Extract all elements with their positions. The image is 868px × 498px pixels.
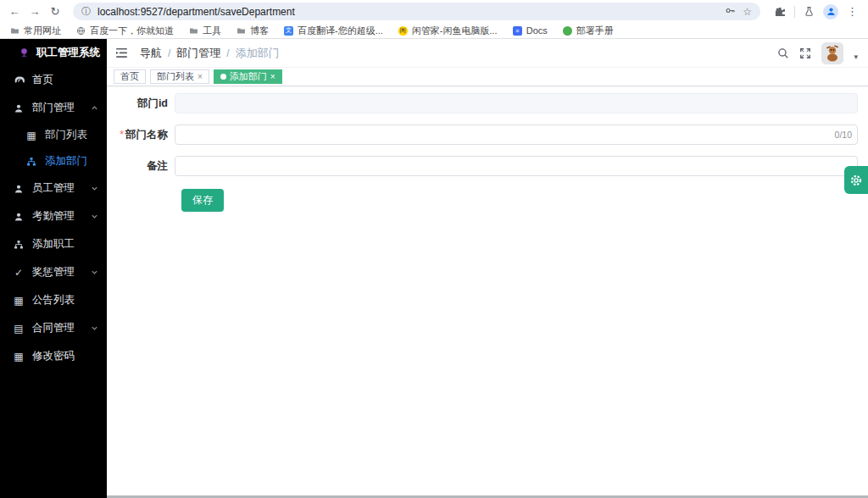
extensions-icon[interactable] [774,6,786,18]
close-icon[interactable]: × [198,73,203,81]
tag-add-department[interactable]: 添加部门 × [214,69,282,84]
chevron-down-icon [91,213,98,220]
department-name-wrap: 0/10 [175,125,858,145]
sidebar-item-attendance-mgmt[interactable]: 考勤管理 [0,202,107,230]
avatar-caret-icon[interactable]: ▾ [854,53,858,61]
dashboard-icon [13,75,25,86]
required-asterisk: * [120,129,124,141]
app-title: 职工管理系统 [36,46,100,60]
address-bar[interactable]: ⓘ localhost:9527/department/saveDepartme… [73,3,760,20]
sidebar-item-department-list[interactable]: ▦ 部门列表 [0,122,107,148]
bookmark-label: 百度一下，你就知道 [90,25,174,37]
sidebar-item-change-password[interactable]: ▦ 修改密码 [0,342,107,370]
bookmark-deploy-manual[interactable]: 部署手册 [563,25,614,37]
tree-icon [13,240,25,250]
bookmark-xianguanjia[interactable]: 闲 闲管家-闲鱼电脑版... [398,25,498,37]
labs-flask-icon[interactable] [804,6,815,17]
sidebar-item-home[interactable]: 首页 [0,66,107,94]
breadcrumb-nav[interactable]: 导航 [140,46,162,61]
user-icon [13,103,25,113]
theme-settings-button[interactable] [844,166,868,194]
department-id-wrap [175,93,858,113]
bookmark-star-icon[interactable]: ☆ [743,6,752,18]
browser-menu-icon[interactable]: ⋮ [847,5,858,18]
active-tab-dot [220,74,226,80]
form-row-department-id: 部门id [119,93,858,113]
bookmark-folder-tools[interactable]: 工具 [189,25,221,37]
docs-favicon: ≡ [513,26,522,36]
forward-icon[interactable]: → [27,5,42,18]
sidebar-item-add-employee[interactable]: 添加职工 [0,230,107,258]
browser-chrome: ← → ↻ ⓘ localhost:9527/department/saveDe… [0,0,868,39]
sidebar-item-add-department[interactable]: 添加部门 [0,148,107,174]
tree-icon [25,157,37,167]
sidebar-item-label: 部门列表 [45,128,87,142]
label-text: 部门名称 [125,129,168,141]
back-icon[interactable]: ← [7,5,22,18]
breadcrumb-current: 添加部门 [236,46,280,61]
breadcrumb-department-mgmt[interactable]: 部门管理 [176,46,220,61]
save-button[interactable]: 保存 [181,189,224,212]
bookmark-label: Docs [526,25,548,36]
bookmark-label: 工具 [203,25,221,37]
hamburger-icon[interactable] [115,47,128,58]
department-name-input[interactable] [175,125,858,145]
url-text[interactable]: localhost:9527/department/saveDepartment [97,6,718,18]
app-logo[interactable]: 职工管理系统 [0,39,107,66]
folder-icon [10,26,19,36]
sidebar-item-label: 首页 [32,73,53,87]
logo-icon [19,47,30,58]
browser-profile-avatar[interactable] [823,4,838,19]
user-avatar[interactable] [821,42,843,64]
sidebar-item-label: 奖惩管理 [32,265,75,279]
folder-icon [236,26,246,36]
remark-input[interactable] [175,156,858,176]
sidebar-item-department-mgmt[interactable]: 部门管理 [0,94,107,122]
char-counter: 0/10 [835,130,852,140]
tag-home[interactable]: 首页 [114,69,146,84]
bookmark-baidu[interactable]: 百度一下，你就知道 [76,25,174,37]
bookmark-label: 常用网址 [24,25,61,37]
password-key-icon[interactable] [725,5,736,19]
add-department-form: 部门id *部门名称 0/10 备注 保存 [107,86,868,498]
folder-icon [189,26,198,36]
app-shell: 职工管理系统 首页 部门管理 ▦ 部门列表 添加部门 [0,39,868,498]
chevron-down-icon [91,324,98,332]
bookmark-label: 闲管家-闲鱼电脑版... [412,25,498,37]
close-icon[interactable]: × [270,73,275,81]
site-info-icon[interactable]: ⓘ [81,5,91,18]
toolbar-right: ⋮ [771,4,861,19]
document-icon: ▤ [13,324,25,334]
sidebar-item-contract-mgmt[interactable]: ▤ 合同管理 [0,314,107,342]
globe-icon [76,26,86,36]
remark-wrap [175,156,858,176]
chevron-up-icon [91,104,98,112]
sidebar-item-announcement-list[interactable]: ▦ 公告列表 [0,286,107,314]
fullscreen-icon[interactable] [799,47,811,59]
sidebar-item-reward-mgmt[interactable]: ✓ 奖惩管理 [0,258,107,286]
sidebar-item-label: 考勤管理 [32,209,75,224]
bookmarks-bar: 常用网址 百度一下，你就知道 工具 博客 文 百度翻译-您的超级... 闲 闲管… [0,23,868,38]
translate-favicon: 文 [284,26,293,36]
breadcrumb-separator: / [168,47,170,59]
tags-view: 首页 部门列表 × 添加部门 × [107,68,868,86]
tag-department-list[interactable]: 部门列表 × [150,69,209,84]
sidebar-item-employee-mgmt[interactable]: 员工管理 [0,174,107,202]
department-name-label: *部门名称 [119,125,175,145]
chevron-down-icon [91,268,98,276]
bookmark-folder[interactable]: 常用网址 [10,25,61,37]
tag-label: 添加部门 [230,70,267,83]
bookmark-fanyi[interactable]: 文 百度翻译-您的超级... [284,25,383,37]
remark-label: 备注 [119,156,175,176]
chevron-down-icon [91,185,98,192]
department-id-label: 部门id [119,93,175,113]
tag-label: 首页 [120,70,139,83]
bookmark-label: 博客 [250,25,269,37]
table-icon: ▦ [13,351,25,362]
search-icon[interactable] [777,47,789,59]
breadcrumb-separator: / [226,47,229,59]
bookmark-docs[interactable]: ≡ Docs [513,25,548,36]
navbar-right: ▾ [777,42,858,64]
reload-icon[interactable]: ↻ [47,5,63,18]
bookmark-folder-blog[interactable]: 博客 [236,25,269,37]
